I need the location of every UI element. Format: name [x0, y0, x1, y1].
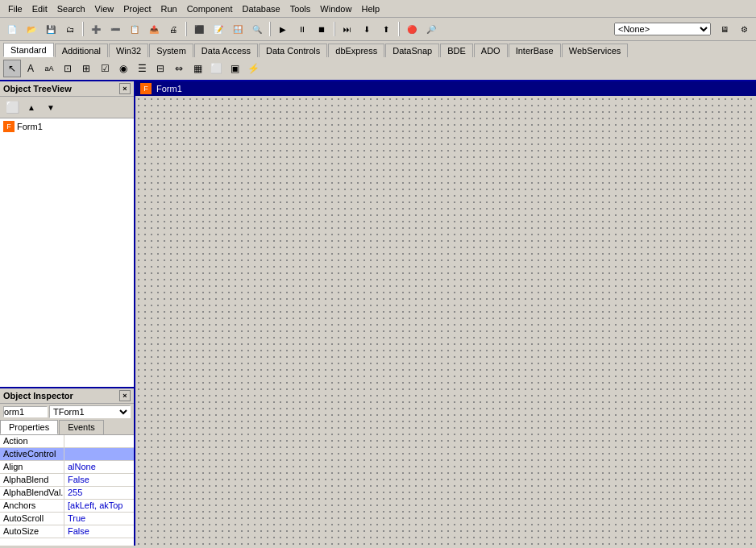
- prop-name-alphablendval: AlphaBlendVal...: [0, 487, 64, 499]
- component-btn1[interactable]: 🖥: [716, 20, 733, 38]
- prop-value-activecontrol: [64, 448, 134, 460]
- radiogroup-tool[interactable]: ⬜: [207, 60, 225, 77]
- inspector-title: Object Inspector: [3, 391, 73, 401]
- new-button[interactable]: 📄: [3, 20, 21, 38]
- tab-win32[interactable]: Win32: [109, 44, 148, 57]
- menu-item-database[interactable]: Database: [238, 2, 285, 15]
- component-dropdown[interactable]: <None>: [614, 23, 711, 35]
- new-form-button[interactable]: 🪟: [229, 20, 247, 38]
- tab-datasnap[interactable]: DataSnap: [385, 44, 439, 57]
- palette-tools: ↖ A aA ⊡ ⊞ ☑ ◉ ☰ ⊟ ⇔ ▦ ⬜ ▣ ⚡: [0, 57, 756, 80]
- toggle-form-button[interactable]: ⬛: [190, 20, 208, 38]
- btn5[interactable]: 🖨: [164, 20, 182, 38]
- prop-row-action[interactable]: Action: [0, 435, 134, 448]
- form-title-bar: F Form1: [135, 81, 756, 96]
- add-file-button[interactable]: ➕: [87, 20, 105, 38]
- menu-item-project[interactable]: Project: [118, 2, 156, 15]
- tab-webservices[interactable]: WebServices: [562, 44, 629, 57]
- main-layout: Object TreeView × ⬜ ▲ ▼ F Form1 Object I…: [0, 81, 756, 546]
- scrollbar-tool[interactable]: ⇔: [170, 60, 188, 77]
- treeview-btn1[interactable]: ⬜: [3, 98, 21, 116]
- inspector-type-dropdown[interactable]: TForm1: [49, 405, 131, 418]
- pause-button[interactable]: ⏸: [293, 20, 311, 38]
- trace-into-button[interactable]: ⬇: [358, 20, 376, 38]
- menu-item-component[interactable]: Component: [182, 2, 238, 15]
- tree-item-label: Form1: [17, 122, 43, 131]
- prop-name-align: Align: [0, 461, 64, 473]
- save-all-button[interactable]: 🗂: [61, 20, 79, 38]
- toggle-bp-button[interactable]: 🔴: [403, 20, 421, 38]
- toolbar-sep-4: [334, 22, 335, 36]
- panel-tool[interactable]: ▣: [226, 60, 243, 77]
- toolbar-sep-1: [82, 22, 84, 36]
- label-tool[interactable]: A: [22, 60, 39, 77]
- prop-row-autosize[interactable]: AutoSize False: [0, 525, 134, 538]
- tab-standard[interactable]: Standard: [3, 43, 54, 57]
- remove-file-button[interactable]: ➖: [106, 20, 124, 38]
- save-button[interactable]: 💾: [42, 20, 60, 38]
- radio-tool[interactable]: ◉: [114, 60, 132, 77]
- prop-row-align[interactable]: Align alNone: [0, 461, 134, 474]
- tab-additional[interactable]: Additional: [55, 44, 108, 57]
- groupbox-tool[interactable]: ▦: [189, 60, 206, 77]
- menu-item-edit[interactable]: Edit: [27, 2, 52, 15]
- inspector-close[interactable]: ×: [119, 390, 131, 401]
- treeview-content[interactable]: F Form1: [0, 118, 134, 387]
- actionlist-tool[interactable]: ⚡: [244, 60, 262, 77]
- tab-ado[interactable]: ADO: [474, 44, 508, 57]
- menu-item-search[interactable]: Search: [52, 2, 90, 15]
- object-inspector: Object Inspector × TForm1 Properties Eve…: [0, 388, 134, 546]
- button-tool[interactable]: ⊞: [77, 60, 95, 77]
- menu-item-view[interactable]: View: [90, 2, 119, 15]
- treeview-btn-up[interactable]: ▲: [23, 98, 40, 116]
- menu-item-file[interactable]: File: [3, 2, 27, 15]
- view-unit-button[interactable]: 📝: [210, 20, 227, 38]
- tab-data-controls[interactable]: Data Controls: [259, 44, 327, 57]
- tab-data-access[interactable]: Data Access: [194, 44, 258, 57]
- menu-item-help[interactable]: Help: [356, 2, 384, 15]
- tab-events[interactable]: Events: [59, 420, 104, 434]
- component-btn2[interactable]: ⚙: [735, 20, 753, 38]
- menu-item-run[interactable]: Run: [156, 2, 181, 15]
- prop-value-alphablend: False: [64, 474, 134, 486]
- menu-item-window[interactable]: Window: [315, 2, 356, 15]
- edit-tool[interactable]: aA: [40, 60, 58, 77]
- inspector-object-name[interactable]: [3, 406, 48, 417]
- combo-tool[interactable]: ⊟: [152, 60, 169, 77]
- listbox-tool[interactable]: ☰: [133, 60, 151, 77]
- tree-item-form1[interactable]: F Form1: [2, 120, 132, 133]
- run-button[interactable]: ▶: [274, 20, 292, 38]
- tab-interbase[interactable]: InterBase: [509, 44, 561, 57]
- view-explorer-button[interactable]: 🔍: [248, 20, 266, 38]
- form-title-label: Form1: [156, 84, 182, 93]
- prop-row-alphablend[interactable]: AlphaBlend False: [0, 474, 134, 487]
- tab-system[interactable]: System: [149, 44, 193, 57]
- prop-value-anchors: [akLeft, akTop: [64, 500, 134, 512]
- tab-bde[interactable]: BDE: [440, 44, 473, 57]
- toolbar-sep-5: [398, 22, 400, 36]
- stop-button[interactable]: ⏹: [313, 20, 330, 38]
- prop-row-autoscroll[interactable]: AutoScroll True: [0, 513, 134, 525]
- menu-item-tools[interactable]: Tools: [285, 2, 316, 15]
- trace-out-button[interactable]: ⬆: [377, 20, 395, 38]
- evaluate-button[interactable]: 🔎: [422, 20, 440, 38]
- prop-name-activecontrol: ActiveControl: [0, 448, 64, 460]
- btn4[interactable]: 📤: [145, 20, 163, 38]
- arrow-tool[interactable]: ↖: [3, 60, 21, 77]
- form-icon: F: [3, 121, 15, 132]
- prop-row-alphablendval[interactable]: AlphaBlendVal... 255: [0, 487, 134, 500]
- open-button[interactable]: 📂: [23, 20, 40, 38]
- toolbar-area: 📄 📂 💾 🗂 ➕ ➖ 📋 📤 🖨 ⬛ 📝 🪟 🔍 ▶ ⏸ ⏹ ⏭ ⬇ ⬆ 🔴 …: [0, 18, 756, 41]
- tab-properties[interactable]: Properties: [0, 420, 58, 434]
- treeview-btn-down[interactable]: ▼: [42, 98, 60, 116]
- toolbar-sep-3: [269, 22, 271, 36]
- treeview-close[interactable]: ×: [119, 83, 131, 94]
- form-canvas[interactable]: [135, 96, 756, 546]
- prop-row-anchors[interactable]: Anchors [akLeft, akTop: [0, 500, 134, 513]
- memo-tool[interactable]: ⊡: [59, 60, 77, 77]
- tab-dbexpress[interactable]: dbExpress: [328, 44, 384, 57]
- checkbox-tool[interactable]: ☑: [96, 60, 114, 77]
- prop-row-activecontrol[interactable]: ActiveControl: [0, 448, 134, 461]
- btn3[interactable]: 📋: [126, 20, 143, 38]
- step-over-button[interactable]: ⏭: [339, 20, 356, 38]
